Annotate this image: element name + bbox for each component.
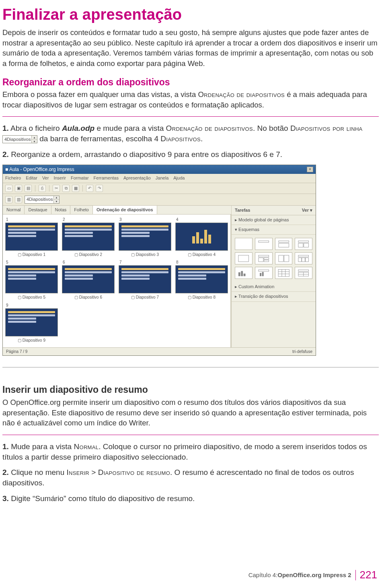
open-icon[interactable]: ▣ [15, 185, 22, 192]
slide-thumbnail[interactable] [175, 265, 228, 293]
sect-layouts-header[interactable]: ▾ Esquemas [232, 225, 316, 235]
slide-thumbnail[interactable] [62, 223, 115, 251]
spinner-arrows[interactable]: ▲▼ [32, 136, 37, 143]
view-tabs: Normal Destaque Notas Folheto Ordenação … [3, 206, 231, 215]
slide-cell[interactable]: 3▢ Diapositivo 3 [119, 217, 171, 258]
menu-editar[interactable]: Editar [26, 175, 37, 181]
tab-destaque[interactable]: Destaque [25, 206, 51, 214]
layout-option[interactable] [255, 238, 273, 250]
layout-option[interactable] [255, 267, 273, 279]
rule-thin [2, 367, 379, 367]
step-1-file: Aula.odp [62, 124, 94, 132]
svg-rect-0 [259, 241, 269, 242]
copy-icon[interactable]: ⧉ [62, 185, 70, 192]
svg-rect-9 [264, 258, 269, 260]
save-icon[interactable]: ▤ [25, 185, 32, 192]
slide-cell[interactable]: 8▢ Diapositivo 8 [175, 260, 228, 300]
status-template: tri-defafuse [292, 349, 312, 355]
layout-option[interactable] [295, 267, 312, 279]
slide-cell[interactable]: 9▢ Diapositivo 9 [5, 303, 58, 343]
step-1-b: e mude para a vista [94, 124, 166, 132]
spinner-value: 4Diapositivos [3, 136, 32, 143]
slide-caption: ▢ Diapositivo 1 [18, 252, 45, 258]
slide-sorter-pane[interactable]: 1▢ Diapositivo 12▢ Diapositivo 23▢ Diapo… [3, 215, 231, 347]
layout-option[interactable] [275, 238, 293, 250]
slide-cell[interactable]: 6▢ Diapositivo 6 [62, 260, 115, 300]
tab-ordenacao[interactable]: Ordenação de diapositivos [93, 206, 157, 214]
slide-caption: ▢ Diapositivo 6 [74, 295, 102, 300]
menu-ver[interactable]: Ver [42, 175, 49, 181]
spinner-diapositivos-por-linha[interactable]: 4Diapositivos ▲▼ [2, 135, 37, 143]
print-icon[interactable]: ⎙ [39, 185, 46, 192]
svg-rect-6 [238, 255, 249, 262]
slide-number: 8 [176, 260, 179, 265]
step-2-num: 2. [2, 150, 9, 159]
slide-number: 2 [63, 217, 65, 223]
layout-option[interactable] [275, 252, 293, 264]
slide-number: 9 [6, 303, 8, 308]
tab-folheto[interactable]: Folheto [70, 206, 93, 214]
chevron-up-icon[interactable]: ▲ [32, 136, 37, 140]
spinner-arrows[interactable]: ▲▼ [54, 196, 59, 203]
layout-option[interactable] [295, 252, 312, 264]
step-b2: 2. Clique no menu Inserir > Diapositivo … [2, 467, 379, 488]
slide-thumbnail[interactable] [5, 223, 58, 251]
slide-cell[interactable]: 2▢ Diapositivo 2 [62, 217, 115, 258]
chevron-down-icon[interactable]: ▼ [54, 200, 59, 203]
menu-ficheiro[interactable]: Ficheiro [5, 175, 21, 181]
svg-rect-20 [259, 270, 269, 271]
separator-icon [82, 185, 83, 192]
chevron-up-icon[interactable]: ▲ [54, 196, 59, 200]
rule-2 [2, 435, 379, 435]
tab-notas[interactable]: Notas [51, 206, 71, 214]
step-b1-view: Normal [74, 442, 99, 451]
toolbar-spinner[interactable]: 4Diapositivos ▲▼ [25, 196, 60, 204]
slide-icon[interactable]: ▥ [15, 196, 22, 203]
slide-thumbnail[interactable] [175, 223, 228, 251]
slide-cell[interactable]: 4▢ Diapositivo 4 [175, 217, 228, 258]
close-icon[interactable]: × [307, 167, 313, 172]
slide-icon[interactable]: ▥ [5, 196, 12, 203]
layout-option[interactable] [235, 267, 253, 279]
menu-ferramentas[interactable]: Ferramentas [94, 175, 119, 181]
step-b3-text: Digite “Sumário” como título do diaposit… [9, 494, 195, 503]
slide-cell[interactable]: 7▢ Diapositivo 7 [119, 260, 171, 300]
layout-option[interactable] [275, 267, 293, 279]
slide-thumbnail[interactable] [5, 308, 58, 336]
slide-thumbnail[interactable] [119, 223, 171, 251]
cut-icon[interactable]: ✂ [53, 185, 60, 192]
chevron-down-icon[interactable]: ▼ [32, 140, 37, 143]
menu-inserir[interactable]: Inserir [53, 175, 66, 181]
menu-formatar[interactable]: Formatar [71, 175, 89, 181]
svg-rect-8 [259, 258, 263, 262]
sect-master-pages[interactable]: ▸ Modelo global de páginas [232, 215, 316, 225]
menu-apresentacao[interactable]: Apresentação [123, 175, 151, 181]
tab-normal[interactable]: Normal [3, 206, 25, 214]
slide-cell[interactable]: 1▢ Diapositivo 1 [5, 217, 58, 258]
menu-janela[interactable]: Janela [156, 175, 168, 181]
slide-cell[interactable]: 5▢ Diapositivo 5 [5, 260, 58, 300]
menubar[interactable]: Ficheiro Editar Ver Inserir Formatar Fer… [3, 174, 316, 183]
redo-icon[interactable]: ↷ [96, 185, 103, 192]
slide-caption: ▢ Diapositivo 8 [188, 295, 216, 300]
taskpane-view-menu[interactable]: Ver ▾ [302, 207, 312, 213]
undo-icon[interactable]: ↶ [86, 185, 93, 192]
sect-transition[interactable]: ▸ Transição de diapositivos [232, 292, 316, 301]
svg-rect-18 [241, 271, 243, 276]
layout-option[interactable] [295, 238, 312, 250]
layout-option[interactable] [235, 252, 253, 264]
section-heading-resumo: Inserir um diapositivo de resumo [2, 384, 379, 396]
slide-thumbnail[interactable] [5, 265, 58, 293]
paste-icon[interactable]: ▦ [72, 185, 79, 192]
layout-option[interactable] [235, 238, 253, 250]
step-b3: 3. Digite “Sumário” como título do diapo… [2, 493, 379, 504]
menu-ajuda[interactable]: Ajuda [173, 175, 185, 181]
step-b1: 1. Mude para a vista Normal. Coloque o c… [2, 442, 379, 462]
layout-option[interactable] [255, 252, 273, 264]
step-1-c: . No botão [253, 124, 290, 132]
new-icon[interactable]: ▭ [5, 185, 12, 192]
slide-thumbnail[interactable] [119, 265, 171, 293]
sect-custom-animation[interactable]: ▸ Custom Animation [232, 282, 316, 292]
slide-thumbnail[interactable] [62, 265, 115, 293]
step-b2-a: Clique no menu [9, 468, 67, 477]
